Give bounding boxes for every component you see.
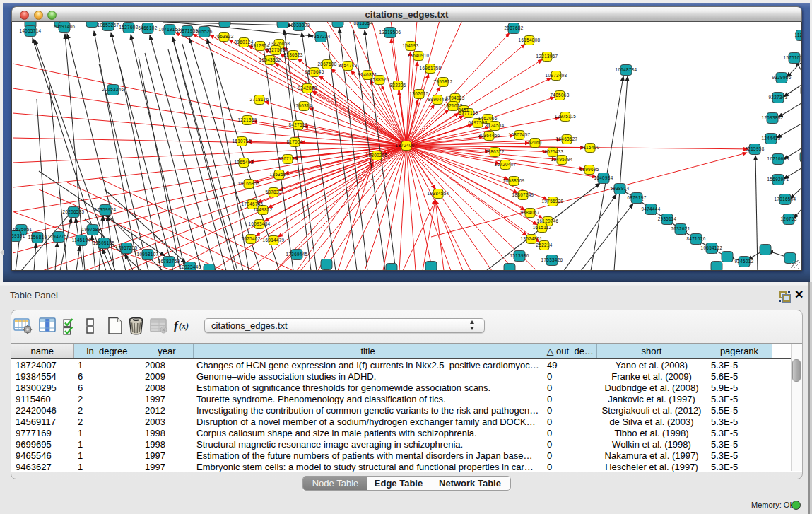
svg-text:1353594: 1353594 [270, 172, 289, 177]
svg-text:5938914: 5938914 [611, 186, 630, 191]
svg-text:18724007: 18724007 [396, 143, 418, 148]
svg-text:1588520: 1588520 [370, 77, 389, 82]
svg-text:16640910: 16640910 [408, 53, 430, 58]
svg-text:15871955: 15871955 [177, 28, 199, 33]
svg-text:6879197: 6879197 [628, 195, 647, 200]
svg-text:17359924: 17359924 [95, 207, 117, 212]
svg-text:8186323: 8186323 [284, 52, 303, 57]
svg-text:12505135: 12505135 [93, 240, 115, 245]
svg-text:2867608: 2867608 [318, 62, 337, 66]
svg-text:1610755: 1610755 [233, 139, 252, 144]
svg-text:15720407: 15720407 [495, 162, 517, 167]
svg-text:760314: 760314 [295, 103, 312, 108]
svg-text:7955812: 7955812 [434, 79, 453, 84]
svg-text:10807457: 10807457 [509, 132, 531, 137]
svg-text:1244415: 1244415 [762, 136, 781, 141]
svg-text:20206585: 20206585 [63, 209, 85, 214]
svg-text:832206: 832206 [389, 83, 406, 88]
svg-text:1221339: 1221339 [238, 117, 257, 122]
svg-text:7632621: 7632621 [671, 226, 690, 231]
svg-text:817004: 817004 [286, 139, 302, 144]
svg-text:1615112: 1615112 [533, 225, 552, 230]
svg-text:1449822: 1449822 [254, 207, 273, 212]
svg-text:8471676: 8471676 [687, 236, 706, 241]
svg-text:1156819: 1156819 [28, 235, 47, 240]
svg-text:16093484: 16093484 [249, 221, 271, 226]
svg-text:7986372: 7986372 [486, 149, 505, 154]
svg-text:17957255: 17957255 [116, 245, 138, 250]
svg-text:1065493: 1065493 [235, 160, 254, 165]
svg-text:19166855: 19166855 [238, 181, 260, 186]
svg-text:16463627: 16463627 [556, 136, 578, 141]
svg-text:252214: 252214 [536, 243, 552, 247]
svg-text:13495794: 13495794 [551, 157, 573, 162]
svg-text:13218506: 13218506 [379, 30, 401, 35]
svg-text:18807249: 18807249 [512, 192, 534, 197]
svg-text:3215958: 3215958 [746, 146, 765, 151]
svg-text:13226058: 13226058 [269, 41, 290, 46]
svg-text:16033809: 16033809 [288, 23, 310, 28]
svg-text:1462066: 1462066 [478, 116, 498, 121]
svg-text:16648784: 16648784 [616, 67, 637, 72]
svg-text:17369445: 17369445 [286, 252, 308, 257]
svg-text:16914479: 16914479 [263, 238, 285, 243]
svg-text:17533426: 17533426 [541, 257, 563, 262]
svg-text:17016504: 17016504 [775, 197, 796, 201]
svg-text:154193: 154193 [402, 43, 418, 48]
svg-text:8990448: 8990448 [428, 97, 447, 102]
svg-text:2935114: 2935114 [658, 216, 677, 221]
svg-text:2087682: 2087682 [505, 25, 524, 30]
svg-text:18300295: 18300295 [366, 153, 388, 158]
svg-text:9384067: 9384067 [521, 210, 540, 215]
svg-text:12923448: 12923448 [180, 264, 201, 269]
svg-text:9327503: 9327503 [266, 47, 286, 52]
svg-text:9777169: 9777169 [459, 110, 478, 115]
svg-text:20691406: 20691406 [54, 24, 76, 29]
svg-text:16961758: 16961758 [420, 66, 442, 71]
svg-text:6899695: 6899695 [580, 167, 599, 172]
svg-text:587833: 587833 [265, 189, 281, 194]
svg-text:1640934: 1640934 [594, 175, 613, 180]
svg-text:9146821: 9146821 [358, 72, 377, 77]
svg-text:10025433: 10025433 [542, 149, 564, 154]
svg-text:10654122: 10654122 [701, 245, 723, 250]
svg-text:10688609: 10688609 [503, 178, 525, 183]
svg-text:16120746: 16120746 [537, 218, 559, 223]
svg-text:19756928: 19756928 [542, 199, 564, 204]
svg-text:8427512: 8427512 [289, 122, 308, 127]
svg-text:9329966: 9329966 [772, 75, 792, 80]
svg-text:(x): (x) [179, 321, 189, 331]
svg-text:8454749: 8454749 [339, 63, 358, 68]
svg-text:6794023: 6794023 [446, 95, 465, 100]
svg-text:3124534: 3124534 [486, 123, 505, 128]
svg-text:3267130: 3267130 [278, 156, 298, 161]
svg-text:7625402: 7625402 [242, 236, 261, 241]
svg-text:10973493: 10973493 [546, 73, 567, 78]
svg-text:9227343: 9227343 [769, 95, 788, 100]
svg-text:10653267: 10653267 [98, 23, 119, 28]
svg-text:15692971: 15692971 [767, 177, 789, 182]
svg-text:20364456: 20364456 [478, 133, 500, 138]
svg-text:12975115: 12975115 [555, 114, 576, 119]
svg-text:17046745: 17046745 [242, 201, 264, 206]
svg-text:9115400: 9115400 [581, 145, 600, 150]
svg-text:9245012: 9245012 [735, 259, 754, 264]
svg-text:11212: 11212 [795, 33, 801, 37]
svg-text:15751074: 15751074 [784, 55, 801, 60]
svg-text:3939391: 3939391 [12, 233, 25, 238]
svg-text:16543362: 16543362 [259, 57, 281, 62]
svg-text:16535051: 16535051 [12, 227, 33, 232]
svg-text:9875645: 9875645 [305, 69, 324, 74]
svg-text:515526: 515526 [196, 29, 212, 34]
svg-text:13524851: 13524851 [521, 236, 543, 241]
svg-text:14055714: 14055714 [20, 28, 42, 33]
svg-text:16210643: 16210643 [767, 156, 789, 161]
svg-text:1362615: 1362615 [410, 91, 429, 96]
svg-text:1527602: 1527602 [119, 25, 139, 30]
svg-text:9242848: 9242848 [298, 86, 317, 90]
svg-text:17942757: 17942757 [48, 234, 70, 239]
svg-text:1145194: 1145194 [72, 238, 91, 243]
svg-text:2718176: 2718176 [250, 97, 269, 102]
svg-text:1513936: 1513936 [510, 253, 529, 258]
svg-text:62160: 62160 [528, 140, 541, 145]
